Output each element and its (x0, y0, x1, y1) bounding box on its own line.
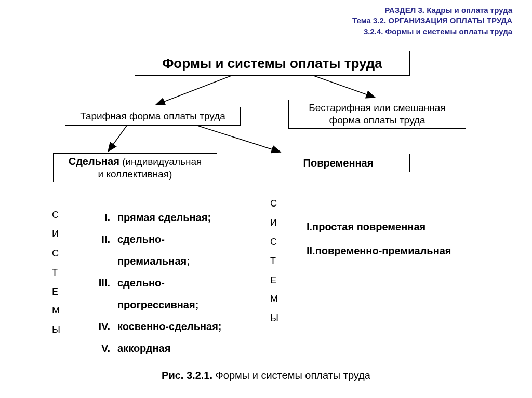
vchar: Ы (52, 320, 60, 339)
svg-line-3 (197, 126, 281, 152)
list-text: косвенно-сдельная; (117, 315, 222, 337)
header-section: РАЗДЕЛ 3. Кадры и оплата труда (352, 5, 512, 16)
timebased-systems-list: I.простая повременная II.повременно-прем… (307, 215, 483, 263)
piecework-line2: и коллективная) (98, 168, 172, 181)
roman-numeral: II. (83, 228, 117, 250)
piecework-systems-list: I. прямая сдельная; II. сдельно- премиал… (83, 207, 249, 359)
svg-line-1 (314, 76, 375, 98)
vchar: Т (52, 263, 60, 282)
header-subtopic: 3.2.4. Формы и системы оплаты труда (352, 26, 512, 37)
vchar: Е (270, 271, 278, 290)
list-item: I.простая повременная (307, 215, 483, 239)
vchar: С (270, 194, 278, 213)
root-node: Формы и системы оплаты труда (135, 51, 410, 76)
piecework-line1: Сдельная (индивидуальная (69, 155, 202, 168)
tariff-node: Тарифная форма оплаты труда (65, 107, 241, 126)
list-item: I. прямая сдельная; (83, 207, 249, 228)
list-item: IV. косвенно-сдельная; (83, 315, 249, 337)
list-item: III. сдельно- (83, 272, 249, 294)
list-text: прямая сдельная; (117, 207, 211, 228)
vchar: Т (270, 252, 278, 271)
vchar: С (52, 205, 60, 225)
svg-line-2 (108, 126, 127, 152)
list-item-cont: прогрессивная; (83, 294, 249, 315)
timebased-node: Повременная (267, 154, 410, 172)
diagram-page: РАЗДЕЛ 3. Кадры и оплата труда Тема 3.2.… (0, 0, 532, 398)
page-header: РАЗДЕЛ 3. Кадры и оплата труда Тема 3.2.… (352, 5, 512, 37)
list-text: сдельно- (117, 228, 165, 250)
list-item: V. аккордная (83, 337, 249, 359)
systems-label-right: С И С Т Е М Ы (270, 194, 278, 328)
vchar: С (270, 232, 278, 252)
vchar: С (52, 244, 60, 263)
list-item: II. сдельно- (83, 228, 249, 250)
roman-numeral: I. (83, 207, 117, 228)
list-text: аккордная (117, 337, 170, 359)
header-topic: Тема 3.2. ОРГАНИЗАЦИЯ ОПЛАТЫ ТРУДА (352, 16, 512, 26)
list-item: II.повременно-премиальная (307, 239, 483, 263)
roman-numeral: IV. (83, 315, 117, 337)
vchar: М (270, 290, 278, 309)
roman-numeral (83, 294, 117, 315)
piecework-node: Сдельная (индивидуальная и коллективная) (53, 153, 217, 182)
roman-numeral: V. (83, 337, 117, 359)
list-text: премиальная; (117, 250, 190, 272)
caption-text: Формы и системы оплаты труда (212, 369, 370, 381)
nontariff-node: Бестарифная или смешанная форма оплаты т… (288, 100, 466, 129)
vchar: И (270, 213, 278, 232)
caption-number: Рис. 3.2.1. (162, 369, 212, 381)
vchar: М (52, 301, 60, 320)
list-text: прогрессивная; (117, 294, 198, 315)
vchar: Ы (270, 309, 278, 328)
roman-numeral: III. (83, 272, 117, 294)
list-text: сдельно- (117, 272, 165, 294)
list-item-cont: премиальная; (83, 250, 249, 272)
systems-label-left: С И С Т Е М Ы (52, 205, 60, 339)
svg-line-0 (156, 76, 231, 105)
nontariff-line1: Бестарифная или смешанная (309, 102, 445, 114)
figure-caption: Рис. 3.2.1. Формы и системы оплаты труда (0, 369, 532, 381)
piecework-title: Сдельная (69, 156, 119, 167)
vchar: И (52, 225, 60, 244)
roman-numeral (83, 250, 117, 272)
piecework-paren: (индивидуальная (119, 156, 202, 167)
vchar: Е (52, 282, 60, 301)
nontariff-line2: форма оплаты труда (329, 114, 425, 127)
